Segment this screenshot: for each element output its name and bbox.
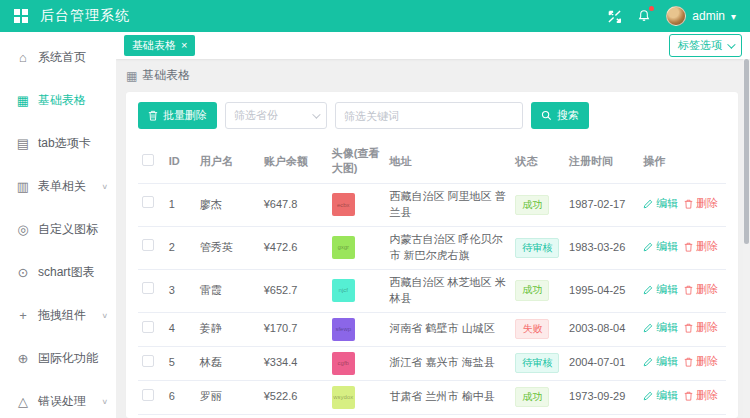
province-filter-select[interactable]: 筛选省份 <box>225 102 327 129</box>
delete-button[interactable]: 删除 <box>684 354 718 370</box>
cell-address: 西藏自治区 林芝地区 米林县 <box>386 269 512 312</box>
table-breadcrumb-icon: ▦ <box>126 69 137 83</box>
user-name: admin <box>692 9 725 23</box>
delete-button[interactable]: 删除 <box>684 196 718 212</box>
cell-date: 2004-07-01 <box>565 346 639 380</box>
breadcrumb: ▦ 基础表格 <box>126 67 738 84</box>
edit-button[interactable]: 编辑 <box>643 354 678 370</box>
delete-button[interactable]: 删除 <box>684 282 718 298</box>
chevron-down-icon <box>727 40 735 48</box>
notification-bell-icon[interactable] <box>636 8 652 24</box>
sidebar-item-label: 错误处理 <box>38 393 86 410</box>
fullscreen-icon[interactable] <box>606 8 622 24</box>
cell-id: 4 <box>165 312 196 346</box>
cell-username: 管秀英 <box>196 226 260 269</box>
cell-id: 3 <box>165 269 196 312</box>
trash-icon <box>684 323 693 333</box>
form-icon: ▥ <box>16 179 30 194</box>
chevron-down-icon: ∨ <box>101 183 108 191</box>
i18n-icon: ⊕ <box>16 351 30 366</box>
edit-button[interactable]: 编辑 <box>643 239 678 255</box>
delete-button[interactable]: 删除 <box>684 388 718 404</box>
error-icon: △ <box>16 394 30 409</box>
header-balance: 账户余额 <box>260 139 328 184</box>
status-badge: 成功 <box>515 280 549 301</box>
tab-label: 基础表格 <box>132 38 176 53</box>
cell-date: 1983-03-26 <box>565 226 639 269</box>
pencil-icon <box>643 323 653 333</box>
pencil-icon <box>643 357 653 367</box>
main-content: ▦ 基础表格 批量删除 筛选省份 搜索 ID 用户名 <box>116 59 750 418</box>
header-id: ID <box>165 139 196 184</box>
status-badge: 成功 <box>515 387 549 408</box>
drag-icon: + <box>16 308 30 323</box>
status-badge: 待审核 <box>515 353 559 374</box>
sidebar-item-国际化功能[interactable]: ⊕国际化功能 <box>0 337 116 380</box>
keyword-filter-input[interactable] <box>335 102 523 129</box>
sidebar-item-拖拽组件[interactable]: +拖拽组件∨ <box>0 294 116 337</box>
sidebar-item-label: 国际化功能 <box>38 350 98 367</box>
avatar-image[interactable]: wsydox <box>332 386 355 409</box>
avatar-image[interactable]: ecbx <box>332 193 355 216</box>
edit-button[interactable]: 编辑 <box>643 282 678 298</box>
scrollbar-thumb[interactable] <box>744 59 749 244</box>
vertical-scrollbar <box>743 59 750 418</box>
avatar-image[interactable]: njcf <box>332 279 355 302</box>
table-row: 1廖杰¥647.8ecbx西藏自治区 阿里地区 普兰县成功1987-02-17编… <box>138 184 726 227</box>
sidebar-item-错误处理[interactable]: △错误处理∨ <box>0 380 116 418</box>
batch-delete-button[interactable]: 批量删除 <box>138 102 217 129</box>
cell-username: 罗丽 <box>196 380 260 414</box>
edit-button[interactable]: 编辑 <box>643 196 678 212</box>
sidebar-item-自定义图标[interactable]: ◎自定义图标 <box>0 208 116 251</box>
tab-icon: ▤ <box>16 136 30 151</box>
trash-icon <box>684 199 693 209</box>
sidebar-item-label: 自定义图标 <box>38 221 98 238</box>
search-button[interactable]: 搜索 <box>531 102 589 129</box>
edit-button[interactable]: 编辑 <box>643 320 678 336</box>
pencil-icon <box>643 285 653 295</box>
sidebar-item-tab选项卡[interactable]: ▤tab选项卡 <box>0 122 116 165</box>
app-title: 后台管理系统 <box>40 7 130 25</box>
cell-balance: ¥647.8 <box>260 184 328 227</box>
sidebar-item-基础表格[interactable]: ▦基础表格 <box>0 79 116 122</box>
home-icon: ⌂ <box>16 50 30 65</box>
collapse-menu-icon[interactable] <box>14 9 28 23</box>
row-checkbox[interactable] <box>142 355 154 367</box>
row-checkbox[interactable] <box>142 282 154 294</box>
cell-id: 7 <box>165 414 196 418</box>
cell-username: 姜静 <box>196 312 260 346</box>
edit-button[interactable]: 编辑 <box>643 388 678 404</box>
avatar-image[interactable]: gxgr <box>332 236 355 259</box>
user-menu[interactable]: admin ▾ <box>666 6 736 26</box>
cell-balance: ¥652.7 <box>260 269 328 312</box>
tab-basic-table[interactable]: 基础表格 × <box>124 35 195 56</box>
row-checkbox[interactable] <box>142 239 154 251</box>
cell-balance: ¥488.6 <box>260 414 328 418</box>
header-actions: 操作 <box>639 139 726 184</box>
user-caret-icon: ▾ <box>731 11 736 22</box>
select-all-checkbox[interactable] <box>142 154 154 166</box>
row-checkbox[interactable] <box>142 321 154 333</box>
table-icon: ▦ <box>16 93 30 108</box>
delete-button[interactable]: 删除 <box>684 320 718 336</box>
row-checkbox[interactable] <box>142 389 154 401</box>
sidebar-item-系统首页[interactable]: ⌂系统首页 <box>0 36 116 79</box>
header-status: 状态 <box>511 139 565 184</box>
chevron-down-icon: ∨ <box>101 312 108 320</box>
top-header: 后台管理系统 admin ▾ <box>0 0 750 32</box>
search-icon <box>541 110 552 121</box>
cell-username: 廖杰 <box>196 184 260 227</box>
toolbar: 批量删除 筛选省份 搜索 <box>138 102 726 129</box>
status-badge: 失败 <box>515 319 549 340</box>
sidebar-item-label: 基础表格 <box>38 92 86 109</box>
sidebar-item-表单相关[interactable]: ▥表单相关∨ <box>0 165 116 208</box>
avatar-image[interactable]: sfewp <box>332 318 355 341</box>
tab-close-icon[interactable]: × <box>181 40 187 51</box>
custom-icon: ◎ <box>16 222 30 237</box>
delete-button[interactable]: 删除 <box>684 239 718 255</box>
tag-options-button[interactable]: 标签选项 <box>669 34 742 57</box>
avatar-image[interactable]: cgfb <box>332 352 355 375</box>
row-checkbox[interactable] <box>142 196 154 208</box>
sidebar-item-schart图表[interactable]: ⊙schart图表 <box>0 251 116 294</box>
chevron-down-icon <box>312 110 320 118</box>
